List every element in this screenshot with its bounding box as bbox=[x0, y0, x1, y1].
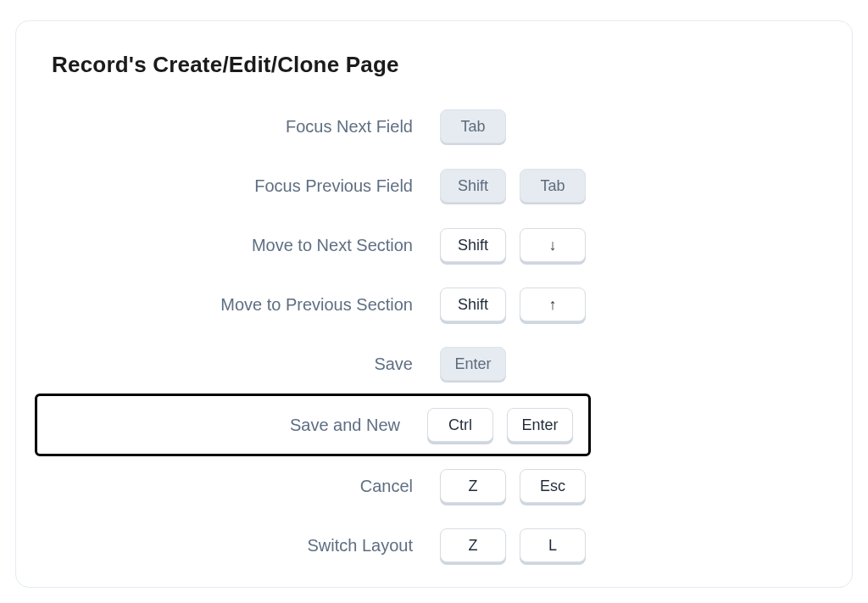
shortcut-rows: Focus Next Field Tab Focus Previous Fiel… bbox=[50, 97, 818, 575]
row-keys: Shift ↑ bbox=[440, 281, 586, 328]
arrow-down-icon: ↓ bbox=[520, 228, 586, 262]
row-label: Save bbox=[50, 355, 440, 374]
row-keys: Z Esc bbox=[440, 462, 586, 510]
key-enter: Enter bbox=[440, 347, 506, 381]
row-save: Save Enter bbox=[50, 334, 818, 394]
row-move-previous-section: Move to Previous Section Shift ↑ bbox=[50, 275, 818, 334]
key-z: Z bbox=[440, 469, 506, 503]
key-l: L bbox=[520, 528, 586, 562]
row-label: Save and New bbox=[53, 416, 427, 435]
highlighted-shortcut: Save and New Ctrl Enter bbox=[35, 394, 591, 456]
row-label: Focus Next Field bbox=[50, 117, 440, 137]
shortcuts-card: Record's Create/Edit/Clone Page Focus Ne… bbox=[15, 20, 853, 588]
row-label: Cancel bbox=[50, 477, 440, 496]
row-save-and-new: Save and New Ctrl Enter bbox=[50, 394, 818, 456]
row-keys: Shift ↓ bbox=[440, 221, 586, 269]
row-keys: Z L bbox=[440, 522, 586, 569]
row-label: Move to Next Section bbox=[50, 236, 440, 255]
key-z: Z bbox=[440, 528, 506, 562]
row-label: Switch Layout bbox=[50, 536, 440, 556]
key-shift: Shift bbox=[440, 288, 506, 321]
card-title: Record's Create/Edit/Clone Page bbox=[52, 52, 818, 78]
row-keys: Ctrl Enter bbox=[427, 401, 573, 449]
key-enter: Enter bbox=[507, 408, 573, 442]
row-cancel: Cancel Z Esc bbox=[50, 456, 818, 516]
key-ctrl: Ctrl bbox=[427, 408, 493, 442]
key-tab: Tab bbox=[440, 109, 506, 143]
row-keys: Shift Tab bbox=[440, 162, 586, 209]
row-move-next-section: Move to Next Section Shift ↓ bbox=[50, 215, 818, 275]
row-keys: Enter bbox=[440, 340, 506, 388]
key-shift: Shift bbox=[440, 228, 506, 262]
row-focus-previous-field: Focus Previous Field Shift Tab bbox=[50, 156, 818, 215]
row-label: Move to Previous Section bbox=[50, 295, 440, 315]
row-switch-layout: Switch Layout Z L bbox=[50, 516, 818, 575]
key-tab: Tab bbox=[520, 169, 586, 203]
key-esc: Esc bbox=[520, 469, 586, 503]
row-label: Focus Previous Field bbox=[50, 176, 440, 196]
row-keys: Tab bbox=[440, 103, 506, 150]
row-focus-next-field: Focus Next Field Tab bbox=[50, 97, 818, 156]
arrow-up-icon: ↑ bbox=[520, 288, 586, 321]
key-shift: Shift bbox=[440, 169, 506, 203]
